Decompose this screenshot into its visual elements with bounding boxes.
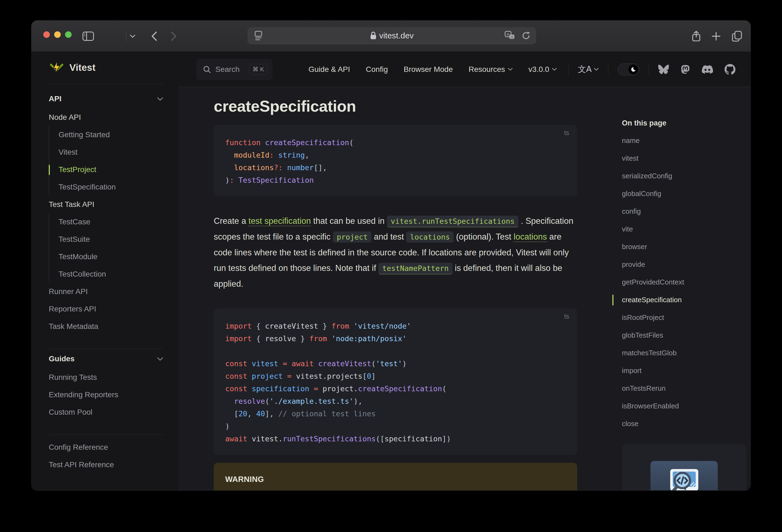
code-lang-badge: ts (564, 313, 569, 320)
sidebar-item-extending-reporters[interactable]: Extending Reporters (49, 386, 163, 403)
site-navbar: Search ⌘ K Guide & API Config Browser Mo… (178, 52, 751, 87)
on-this-page-aside: On this page name vitest serializedConfi… (612, 87, 738, 490)
close-window-button[interactable] (43, 31, 50, 38)
sidebar-item-reporters-api[interactable]: Reporters API (49, 300, 163, 318)
sidebar-item-testcollection[interactable]: TestCollection (49, 265, 163, 283)
sidebar-item-custom-pool[interactable]: Custom Pool (49, 403, 163, 421)
toggle-knob (629, 65, 638, 74)
chevron-down-icon (552, 68, 557, 71)
sidebar-section-guides[interactable]: Guides (49, 349, 163, 369)
toc-item-vitest[interactable]: vitest (622, 149, 738, 167)
toc-item-globalconfig[interactable]: globalConfig (622, 185, 738, 203)
tab-group-chevron-icon[interactable] (130, 21, 135, 52)
mastodon-icon[interactable] (680, 64, 690, 75)
nav-link-config[interactable]: Config (366, 65, 388, 74)
navbar-divider (568, 63, 569, 76)
sidebar-item-testmodule[interactable]: TestModule (49, 248, 163, 265)
code-block-example[interactable]: ts import { createVitest } from 'vitest/… (214, 309, 577, 455)
zoom-window-button[interactable] (65, 31, 72, 38)
nav-dropdown-version[interactable]: v3.0.0 (529, 65, 557, 74)
sidebar-item-vitest[interactable]: Vitest (49, 143, 163, 161)
nav-dropdown-resources[interactable]: Resources (469, 65, 513, 74)
github-icon[interactable] (724, 64, 736, 75)
toc-item-config[interactable]: config (622, 203, 738, 220)
sidebar-item-task-metadata[interactable]: Task Metadata (49, 318, 163, 335)
bluesky-icon[interactable] (658, 65, 669, 74)
sidebar-item-getting-started[interactable]: Getting Started (49, 126, 163, 143)
warning-title: WARNING (225, 475, 566, 484)
code-lines: function createSpecification( moduleId: … (225, 136, 569, 186)
window-controls (43, 31, 72, 38)
toc-item-vite[interactable]: vite (622, 220, 738, 238)
page-title: createSpecification (214, 97, 577, 115)
navbar-divider (608, 63, 608, 76)
new-tab-icon[interactable] (711, 21, 721, 52)
sidebar-item-node-api[interactable]: Node API (49, 109, 163, 126)
url-text: vitest.dev (379, 31, 414, 40)
toc-item-ontestsrerun[interactable]: onTestsRerun (622, 380, 738, 397)
search-label: Search (215, 65, 240, 74)
sidebar-item-testproject[interactable]: TestProject (49, 161, 163, 178)
sidebar-divider (49, 84, 163, 84)
code-inspect-monitor-icon (664, 466, 705, 490)
toc-item-getprovidedcontext[interactable]: getProvidedContext (622, 273, 738, 291)
sidebar-item-running-tests[interactable]: Running Tests (49, 369, 163, 386)
toc-item-createspecification[interactable]: createSpecification (622, 291, 738, 309)
discord-icon[interactable] (702, 65, 713, 74)
vitest-logo-icon (49, 60, 65, 75)
dark-mode-toggle[interactable] (617, 64, 639, 75)
code-block-signature[interactable]: ts function createSpecification( moduleI… (214, 125, 577, 196)
search-kbd-shortcut: ⌘ K (249, 64, 268, 75)
sponsor-card[interactable] (622, 444, 746, 490)
toc-item-browser[interactable]: browser (622, 238, 738, 256)
warning-callout: WARNING createSpecification expects reso… (214, 463, 577, 490)
chevron-down-icon (157, 357, 163, 361)
nav-link-browser-mode[interactable]: Browser Mode (403, 65, 453, 74)
chevron-down-icon (594, 68, 599, 71)
address-bar[interactable]: vitest.dev A文 (248, 27, 536, 44)
vitest-docs-page: Vitest API Node API Getting Started Vite… (31, 52, 751, 490)
nav-link-guide-api[interactable]: Guide & API (309, 65, 350, 74)
sidebar-item-testsuite[interactable]: TestSuite (49, 230, 163, 248)
vitest-logo-home-link[interactable]: Vitest (49, 59, 178, 76)
sidebar-item-testcase[interactable]: TestCase (49, 213, 163, 230)
doc-paragraph: Create a test specification that can be … (214, 213, 579, 292)
sidebar-item-test-task-api[interactable]: Test Task API (49, 196, 163, 213)
translate-language-icon: 文A (578, 64, 592, 75)
sidebar-item-test-api-reference[interactable]: Test API Reference (49, 456, 163, 473)
browser-titlebar: vitest.dev A文 (31, 21, 751, 52)
toc-item-isrootproject[interactable]: isRootProject (622, 309, 738, 326)
toc-item-provide[interactable]: provide (622, 256, 738, 273)
back-button[interactable] (151, 21, 157, 52)
sidebar-section-api[interactable]: API (49, 89, 163, 109)
language-menu[interactable]: 文A (578, 64, 599, 75)
toc-item-close[interactable]: close (622, 415, 738, 433)
on-this-page-title: On this page (622, 114, 738, 132)
toc-item-globtestfiles[interactable]: globTestFiles (622, 326, 738, 344)
toc-item-matchestestglob[interactable]: matchesTestGlob (622, 344, 738, 362)
code-lines: import { createVitest } from 'vitest/nod… (225, 320, 569, 445)
sidebar-item-config-reference[interactable]: Config Reference (49, 438, 163, 456)
toc-item-isbrowserenabled[interactable]: isBrowserEnabled (622, 397, 738, 415)
sidebar-item-testspecification[interactable]: TestSpecification (49, 178, 163, 196)
docs-sidebar: Vitest API Node API Getting Started Vite… (31, 52, 178, 490)
chevron-down-icon (157, 97, 163, 101)
share-icon[interactable] (691, 21, 701, 52)
browser-window: vitest.dev A文 (31, 21, 751, 491)
code-lang-badge: ts (564, 129, 569, 137)
toc-item-import[interactable]: import (622, 362, 738, 380)
lock-icon (370, 32, 377, 40)
tab-overview-icon[interactable] (732, 21, 743, 52)
brand-name: Vitest (69, 62, 96, 73)
forward-button[interactable] (171, 21, 177, 52)
toc-item-serializedconfig[interactable]: serializedConfig (622, 167, 738, 185)
search-button[interactable]: Search ⌘ K (196, 59, 273, 80)
moon-icon (630, 66, 636, 72)
sidebar-item-runner-api[interactable]: Runner API (49, 283, 163, 300)
sponsor-image (650, 461, 718, 490)
doc-content: createSpecification ts function createSp… (178, 87, 577, 490)
sidebar-toggle-icon[interactable] (82, 21, 94, 52)
search-icon (203, 65, 211, 73)
toc-item-name[interactable]: name (622, 132, 738, 149)
minimize-window-button[interactable] (54, 31, 61, 38)
